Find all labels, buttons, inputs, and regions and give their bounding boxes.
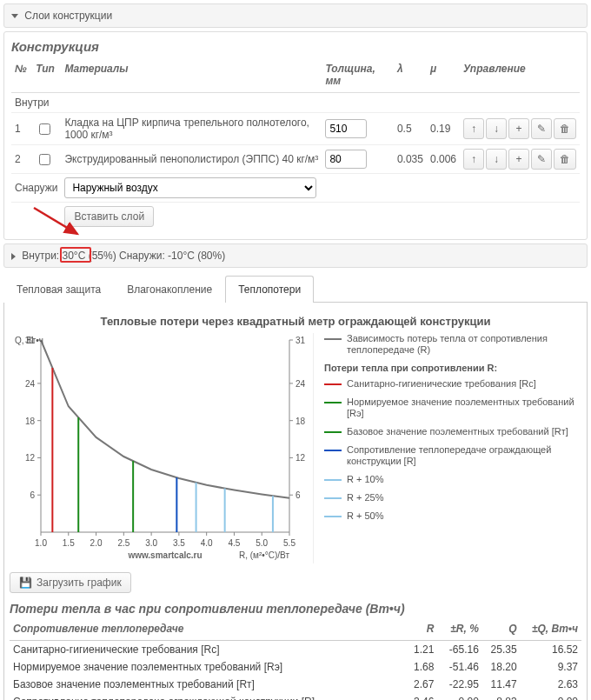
layer-lambda: 0.5 — [394, 113, 427, 145]
svg-text:3.0: 3.0 — [145, 538, 157, 548]
losses-dR: 0.00 — [437, 693, 481, 700]
tab-moisture[interactable]: Влагонакопление — [114, 276, 225, 303]
layer-mu: 0.19 — [427, 113, 460, 145]
losses-dR: -51.46 — [437, 658, 481, 676]
svg-text:24: 24 — [296, 379, 306, 389]
svg-text:2.0: 2.0 — [90, 538, 103, 548]
layer-mu: 0.006 — [427, 145, 460, 174]
svg-text:R, (м²•°C)/Вт: R, (м²•°C)/Вт — [239, 550, 289, 560]
layer-row: 1 Кладка на ЦПР кирпича трепельного полн… — [11, 113, 580, 145]
losses-Q: 11.47 — [482, 676, 521, 693]
layer-row: 2 Экструдированный пенополистирол (ЭППС)… — [11, 145, 580, 174]
legend-text: R + 10% — [347, 474, 384, 485]
thickness-input[interactable] — [325, 150, 367, 169]
svg-text:31: 31 — [296, 336, 306, 345]
losses-table: Сопротивление теплопередаче R ±R, % Q ±Q… — [10, 619, 581, 700]
losses-dR: -65.16 — [437, 641, 481, 659]
legend-text: R + 50% — [347, 510, 384, 522]
legend-text: Санитарно-гигиенические требования [Rc] — [347, 378, 536, 390]
losses-dR: -22.95 — [437, 676, 481, 693]
svg-text:12: 12 — [25, 453, 36, 463]
legend-item: R + 50% — [324, 510, 578, 522]
panel-header-layers[interactable]: Слои конструкции — [3, 3, 588, 28]
svg-text:5.5: 5.5 — [283, 538, 296, 548]
losses-Q: 8.83 — [482, 693, 521, 700]
layer-lambda: 0.035 — [394, 145, 427, 174]
thickness-input[interactable] — [325, 119, 367, 138]
losses-row: Нормируемое значение поэлементных требов… — [10, 658, 581, 676]
col-lambda: λ — [394, 59, 427, 93]
layers-table: № Тип Материалы Толщина, мм λ μ Управлен… — [11, 59, 580, 230]
layer-type-checkbox[interactable] — [39, 123, 50, 135]
row-control-2[interactable]: + — [508, 118, 529, 139]
row-control-4[interactable]: 🗑 — [554, 118, 576, 139]
legend-swatch — [324, 516, 342, 517]
legend-header: Потери тепла при сопротивлении R: — [324, 363, 578, 373]
col-mu: μ — [427, 59, 460, 93]
layer-type-checkbox[interactable] — [39, 154, 50, 165]
losses-col-dR: ±R, % — [437, 619, 481, 641]
tabs: Тепловая защита Влагонакопление Теплопот… — [3, 275, 588, 303]
losses-dQ: 0.00 — [521, 693, 581, 700]
losses-R: 3.46 — [365, 693, 438, 700]
legend-text: Сопротивление теплопередаче ограждающей … — [347, 444, 578, 467]
row-control-1[interactable]: ↓ — [486, 118, 507, 139]
tab-thermal-protection[interactable]: Тепловая защита — [3, 276, 114, 303]
losses-R: 2.67 — [365, 676, 438, 693]
svg-text:2.5: 2.5 — [117, 538, 129, 548]
svg-text:3.5: 3.5 — [173, 538, 185, 548]
col-num: № — [11, 59, 32, 93]
legend-swatch — [324, 450, 342, 451]
panel-header-conditions[interactable]: Внутри: 30°C (55%) Снаружи: -10°C (80%) — [3, 243, 588, 268]
outside-label: Снаружи — [11, 174, 61, 203]
row-control-1[interactable]: ↓ — [486, 149, 507, 170]
legend-swatch — [324, 338, 342, 340]
losses-row: Базовое значение поэлементных требований… — [10, 676, 581, 693]
svg-text:18: 18 — [25, 417, 36, 426]
conditions-prefix: Внутри: — [22, 250, 62, 262]
chart-title: Тепловые потери через квадратный метр ог… — [10, 315, 581, 328]
download-label: Загрузить график — [37, 577, 122, 589]
tab-heat-loss[interactable]: Теплопотери — [225, 276, 314, 303]
legend-text: R + 25% — [347, 492, 384, 503]
losses-col-Q: Q — [482, 619, 521, 641]
svg-text:Q, Вт•ч: Q, Вт•ч — [15, 336, 43, 345]
losses-col-dQ: ±Q, Вт•ч — [521, 619, 581, 641]
layer-num: 1 — [11, 113, 32, 145]
losses-dQ: 2.63 — [521, 676, 581, 693]
row-control-3[interactable]: ✎ — [531, 118, 552, 139]
legend-swatch — [324, 479, 342, 481]
svg-text:6: 6 — [296, 490, 301, 500]
legend-text: Зависимость потерь тепла от сопротивлени… — [347, 333, 578, 356]
row-control-4[interactable]: 🗑 — [554, 149, 576, 170]
legend-swatch — [324, 402, 342, 403]
losses-R: 1.68 — [365, 658, 438, 676]
losses-heading: Потери тепла в час при сопротивлении теп… — [10, 602, 581, 616]
legend-text: Базовое значение поэлементных требований… — [347, 426, 568, 437]
svg-text:4.5: 4.5 — [228, 538, 240, 548]
row-control-0[interactable]: ↑ — [463, 149, 484, 170]
row-control-2[interactable]: + — [508, 149, 529, 170]
chart-legend: Зависимость потерь тепла от сопротивлени… — [314, 333, 581, 563]
col-type: Тип — [32, 59, 61, 93]
svg-text:4.0: 4.0 — [201, 538, 213, 548]
layer-material: Кладка на ЦПР кирпича трепельного полнот… — [61, 113, 322, 145]
legend-swatch — [324, 383, 342, 385]
construction-heading: Конструкция — [11, 39, 580, 54]
row-control-0[interactable]: ↑ — [463, 118, 484, 139]
legend-item: R + 10% — [324, 474, 578, 485]
losses-Q: 25.35 — [482, 641, 521, 659]
losses-Q: 18.20 — [482, 658, 521, 676]
svg-text:1.0: 1.0 — [35, 538, 47, 548]
download-icon: 💾 — [19, 577, 32, 589]
layer-num: 2 — [11, 145, 32, 174]
col-controls: Управление — [460, 59, 580, 93]
download-chart-button[interactable]: 💾 Загрузить график — [10, 572, 131, 593]
losses-row: Сопротивление теплопередаче ограждающей … — [10, 693, 581, 700]
losses-dQ: 16.52 — [521, 641, 581, 659]
outside-select[interactable]: Наружный воздух — [64, 177, 316, 198]
row-control-3[interactable]: ✎ — [531, 149, 552, 170]
svg-text:1.5: 1.5 — [63, 538, 75, 548]
insert-layer-button[interactable]: Вставить слой — [64, 206, 154, 227]
legend-swatch — [324, 497, 342, 499]
